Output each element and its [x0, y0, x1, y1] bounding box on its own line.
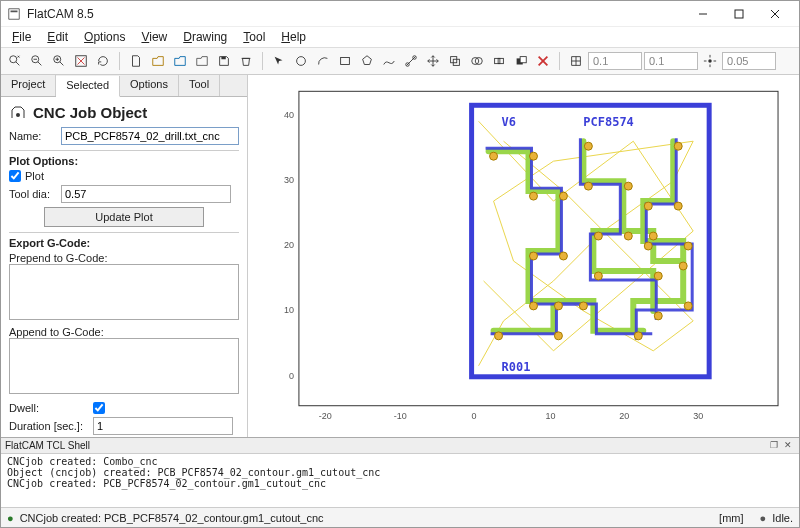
- snap-input[interactable]: [722, 52, 776, 70]
- grid-y-input[interactable]: [644, 52, 698, 70]
- menu-file[interactable]: File: [5, 28, 38, 46]
- tab-project[interactable]: Project: [1, 75, 56, 96]
- tab-options[interactable]: Options: [120, 75, 179, 96]
- shell-undock-icon[interactable]: ❐: [767, 440, 781, 452]
- svg-text:20: 20: [284, 240, 294, 250]
- update-plot-button[interactable]: Update Plot: [44, 207, 204, 227]
- menu-view[interactable]: View: [134, 28, 174, 46]
- svg-rect-1: [735, 10, 743, 18]
- svg-point-73: [554, 332, 562, 340]
- menu-options[interactable]: Options: [77, 28, 132, 46]
- maximize-button[interactable]: [721, 3, 757, 25]
- shell-title: FlatCAM TCL Shell: [5, 440, 90, 451]
- dwell-checkbox[interactable]: [93, 402, 105, 414]
- svg-point-51: [529, 192, 537, 200]
- shell-close-icon[interactable]: ✕: [781, 440, 795, 452]
- close-button[interactable]: [757, 3, 793, 25]
- svg-text:V6: V6: [502, 115, 516, 129]
- svg-line-7: [38, 62, 42, 66]
- cncjob-icon: [9, 103, 27, 121]
- intersect-icon[interactable]: [489, 51, 509, 71]
- menu-help[interactable]: Help: [274, 28, 313, 46]
- open-excellon-icon[interactable]: [170, 51, 190, 71]
- svg-point-62: [594, 272, 602, 280]
- plot-checkbox[interactable]: [9, 170, 21, 182]
- svg-point-52: [559, 192, 567, 200]
- grid-x-input[interactable]: [588, 52, 642, 70]
- svg-text:30: 30: [284, 175, 294, 185]
- subtract-icon[interactable]: [511, 51, 531, 71]
- svg-rect-27: [498, 58, 503, 63]
- new-icon[interactable]: [126, 51, 146, 71]
- svg-text:0: 0: [472, 411, 477, 421]
- zoom-in-icon[interactable]: [49, 51, 69, 71]
- replot-icon[interactable]: [93, 51, 113, 71]
- y-axis: 010203040: [284, 110, 294, 381]
- tool-dia-input[interactable]: [61, 185, 231, 203]
- tab-tool[interactable]: Tool: [179, 75, 220, 96]
- delete-icon[interactable]: [236, 51, 256, 71]
- svg-rect-16: [221, 57, 225, 60]
- menu-drawing[interactable]: Drawing: [176, 28, 234, 46]
- status-units: [mm]: [719, 512, 743, 524]
- prepend-textarea[interactable]: [9, 264, 239, 320]
- svg-point-50: [529, 152, 537, 160]
- tab-selected[interactable]: Selected: [56, 76, 120, 97]
- svg-point-56: [579, 302, 587, 310]
- svg-text:PCF8574: PCF8574: [583, 115, 633, 129]
- svg-point-74: [554, 302, 562, 310]
- svg-text:10: 10: [284, 305, 294, 315]
- duration-input[interactable]: [93, 417, 233, 435]
- svg-point-64: [654, 312, 662, 320]
- svg-line-10: [60, 62, 64, 66]
- zoom-out-icon[interactable]: [27, 51, 47, 71]
- menubar: File Edit Options View Drawing Tool Help: [1, 27, 799, 47]
- draw-path-icon[interactable]: [379, 51, 399, 71]
- menu-edit[interactable]: Edit: [40, 28, 75, 46]
- cut-path-icon[interactable]: [401, 51, 421, 71]
- delete-shape-icon[interactable]: [533, 51, 553, 71]
- svg-text:R001: R001: [502, 360, 531, 374]
- svg-rect-19: [341, 58, 350, 65]
- grid-icon[interactable]: [566, 51, 586, 71]
- select-icon[interactable]: [269, 51, 289, 71]
- append-textarea[interactable]: [9, 338, 239, 394]
- svg-point-70: [684, 302, 692, 310]
- svg-point-60: [624, 232, 632, 240]
- state-icon: ●: [760, 512, 767, 524]
- panel-tabs: Project Selected Options Tool: [1, 75, 247, 97]
- draw-rect-icon[interactable]: [335, 51, 355, 71]
- union-icon[interactable]: [467, 51, 487, 71]
- save-icon[interactable]: [214, 51, 234, 71]
- titlebar: FlatCAM 8.5: [1, 1, 799, 27]
- copy-icon[interactable]: [445, 51, 465, 71]
- name-input[interactable]: [61, 127, 239, 145]
- zoom-fit-icon[interactable]: [5, 51, 25, 71]
- open-gerber-icon[interactable]: [148, 51, 168, 71]
- move-icon[interactable]: [423, 51, 443, 71]
- svg-text:-20: -20: [319, 411, 332, 421]
- draw-arc-icon[interactable]: [313, 51, 333, 71]
- minimize-button[interactable]: [685, 3, 721, 25]
- svg-point-67: [644, 202, 652, 210]
- status-state: Idle.: [772, 512, 793, 524]
- draw-circle-icon[interactable]: [291, 51, 311, 71]
- svg-point-55: [529, 302, 537, 310]
- plot-canvas[interactable]: -20-100102030 010203040: [248, 75, 799, 437]
- menu-tool[interactable]: Tool: [236, 28, 272, 46]
- svg-text:30: 30: [693, 411, 703, 421]
- status-text: CNCjob created: PCB_PCF8574_02_contour.g…: [20, 512, 324, 524]
- draw-polygon-icon[interactable]: [357, 51, 377, 71]
- x-axis: -20-100102030: [319, 411, 703, 421]
- shell-output[interactable]: CNCjob created: Combo_cnc Object (cncjob…: [1, 454, 799, 507]
- open-gcode-icon[interactable]: [192, 51, 212, 71]
- snap-icon[interactable]: [700, 51, 720, 71]
- svg-line-5: [16, 62, 20, 66]
- svg-point-4: [10, 56, 17, 63]
- clear-plot-icon[interactable]: [71, 51, 91, 71]
- svg-text:20: 20: [619, 411, 629, 421]
- side-panel: Project Selected Options Tool CNC Job Ob…: [1, 75, 248, 437]
- plot-options-label: Plot Options:: [9, 155, 239, 167]
- svg-point-58: [584, 182, 592, 190]
- panel-title: CNC Job Object: [33, 104, 147, 121]
